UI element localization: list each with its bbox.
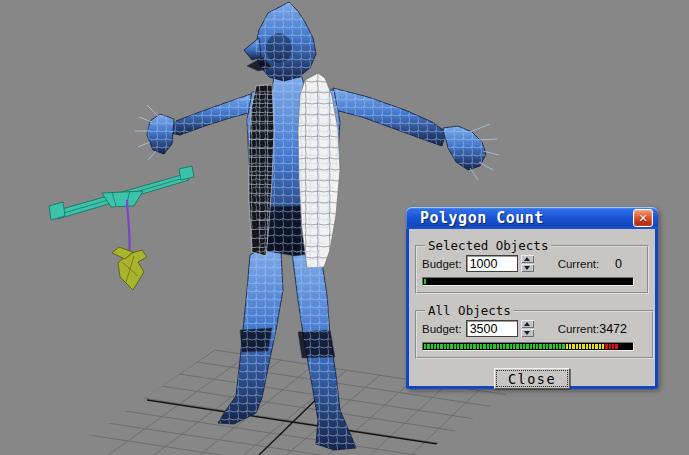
all-current-value: 3472 — [599, 322, 627, 336]
bar-segment-green — [467, 344, 469, 349]
bar-segment-yellow — [595, 344, 597, 349]
dialog-titlebar[interactable]: Polygon Count ✕ — [406, 207, 658, 229]
bar-segment-green — [539, 344, 541, 349]
bar-segment-yellow — [602, 344, 604, 349]
bar-segment-yellow — [576, 344, 578, 349]
bar-segment-green — [460, 344, 462, 349]
up-arrow-icon — [524, 257, 530, 261]
bar-segment-green — [450, 344, 452, 349]
close-x-icon: ✕ — [638, 213, 647, 224]
fishing-rod-model[interactable] — [49, 166, 194, 290]
selected-budget-spinner — [521, 255, 534, 272]
bar-segment-green — [480, 344, 482, 349]
spinner-up-button[interactable] — [521, 255, 534, 263]
down-arrow-icon — [524, 266, 530, 270]
bar-segment-red — [609, 344, 611, 349]
bar-segment-green — [447, 344, 449, 349]
bar-segment-green — [533, 344, 535, 349]
bar-segment-green — [454, 344, 456, 349]
bar-segment-yellow — [592, 344, 594, 349]
down-arrow-icon — [524, 331, 530, 335]
fish-lure — [112, 247, 147, 290]
bar-segment-green — [503, 344, 505, 349]
bar-segment-yellow — [589, 344, 591, 349]
bar-segment-green — [493, 344, 495, 349]
all-budget-spinner — [521, 320, 534, 337]
bar-segment-green — [520, 344, 522, 349]
spinner-down-button[interactable] — [521, 264, 534, 272]
bar-segment-green — [506, 344, 508, 349]
selected-objects-group-title: Selected Objects — [425, 238, 551, 253]
bar-segment-green — [434, 344, 436, 349]
bar-segment-green — [470, 344, 472, 349]
all-objects-group-title: All Objects — [425, 303, 514, 318]
bar-segment-green — [546, 344, 548, 349]
bar-segment-yellow — [582, 344, 584, 349]
bar-segment-green — [497, 344, 499, 349]
bar-segment-yellow — [599, 344, 601, 349]
bar-segment-green — [437, 344, 439, 349]
all-objects-group: All Objects Budget: Current: 3472 — [415, 303, 654, 359]
bar-segment-red — [615, 344, 617, 349]
polygon-count-dialog: Polygon Count ✕ Selected Objects Budget:… — [406, 207, 658, 389]
bar-segment-green — [464, 344, 466, 349]
bar-segment-green — [424, 279, 426, 284]
budget-label: Budget: — [422, 323, 462, 335]
bar-segment-green — [549, 344, 551, 349]
bar-segment-green — [473, 344, 475, 349]
bar-segment-yellow — [572, 344, 574, 349]
bar-segment-green — [424, 344, 426, 349]
current-label: Current: — [558, 258, 600, 270]
bar-segment-green — [556, 344, 558, 349]
dialog-body: Selected Objects Budget: Current: 0 All … — [409, 229, 655, 395]
bar-segment-yellow — [569, 344, 571, 349]
dialog-close-x-button[interactable]: ✕ — [633, 209, 653, 227]
bar-segment-green — [431, 344, 433, 349]
bar-segment-red — [612, 344, 614, 349]
current-label: Current: — [558, 323, 600, 335]
budget-label: Budget: — [422, 258, 462, 270]
bar-segment-green — [536, 344, 538, 349]
bar-segment-green — [523, 344, 525, 349]
bar-segment-green — [510, 344, 512, 349]
all-budget-input[interactable] — [466, 320, 518, 337]
spinner-up-button[interactable] — [521, 320, 534, 328]
bar-segment-green — [487, 344, 489, 349]
selected-polygon-bar — [422, 277, 634, 286]
bar-segment-green — [457, 344, 459, 349]
bar-segment-yellow — [586, 344, 588, 349]
selected-budget-input[interactable] — [466, 255, 518, 272]
bar-segment-green — [553, 344, 555, 349]
bar-segment-green — [427, 344, 429, 349]
selected-current-value: 0 — [615, 257, 622, 271]
bar-segment-green — [562, 344, 564, 349]
up-arrow-icon — [524, 322, 530, 326]
bar-segment-red — [605, 344, 607, 349]
all-polygon-bar — [422, 342, 634, 351]
bar-segment-green — [500, 344, 502, 349]
bar-segment-green — [530, 344, 532, 349]
dialog-title: Polygon Count — [420, 209, 544, 227]
selected-objects-group: Selected Objects Budget: Current: 0 — [415, 238, 649, 294]
bar-segment-green — [559, 344, 561, 349]
close-button-label: Close — [496, 370, 568, 387]
close-button[interactable]: Close — [494, 368, 570, 389]
bar-segment-green — [490, 344, 492, 349]
bar-segment-green — [444, 344, 446, 349]
bar-segment-green — [526, 344, 528, 349]
bar-segment-green — [483, 344, 485, 349]
bar-segment-yellow — [579, 344, 581, 349]
bar-segment-green — [477, 344, 479, 349]
bar-segment-green — [513, 344, 515, 349]
bar-segment-green — [440, 344, 442, 349]
bar-segment-green — [516, 344, 518, 349]
bar-segment-green — [543, 344, 545, 349]
spinner-down-button[interactable] — [521, 329, 534, 337]
bar-segment-yellow — [566, 344, 568, 349]
